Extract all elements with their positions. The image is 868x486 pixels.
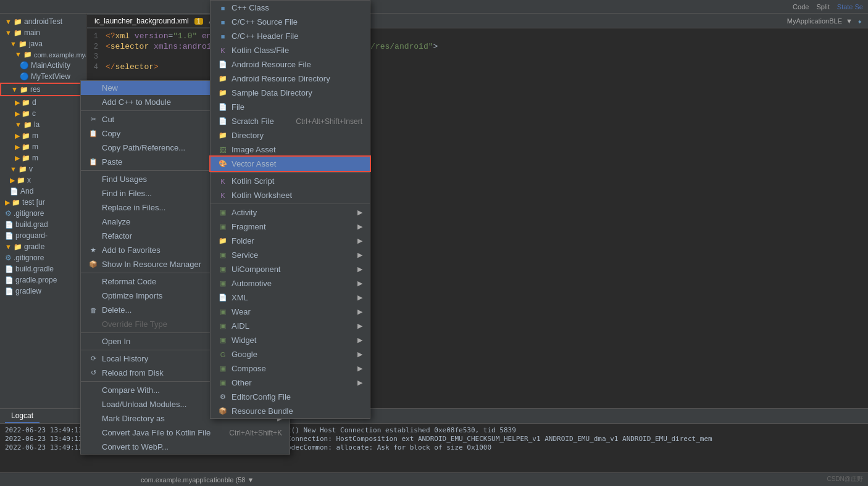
tree-item-d2[interactable]: ▶ 📁 c: [0, 108, 86, 119]
line-num-3: 3: [87, 52, 106, 61]
submenu-label-sample-data: Sample Data Directory: [232, 88, 362, 97]
menu-item-convert-java[interactable]: Convert Java File to Kotlin File Ctrl+Al…: [81, 426, 290, 440]
submenu-label-uicomponent: UiComponent: [232, 265, 354, 274]
tree-item-buildgradle[interactable]: 📄 build.grad: [0, 219, 86, 230]
submenu-activity[interactable]: ▣ Activity ▶: [211, 205, 370, 220]
other-arrow: ▶: [357, 379, 362, 387]
tree-item-mytextview[interactable]: 🔵 MyTextView: [0, 71, 86, 82]
tree-item-proguard[interactable]: 📄 proguard-: [0, 230, 86, 241]
tree-item-com[interactable]: ▼ 📁 com.example.myap: [0, 49, 86, 60]
code-btn[interactable]: Code: [793, 3, 809, 10]
submenu-service[interactable]: ▣ Service ▶: [211, 248, 370, 262]
submenu-cpp-header[interactable]: ■ C/C++ Header File: [211, 29, 370, 43]
submenu-android-resource[interactable]: 📄 Android Resource File: [211, 57, 370, 72]
activity-icon: ▣: [218, 208, 228, 216]
submenu-aidl[interactable]: ▣ AIDL ▶: [211, 319, 370, 333]
submenu-label-other: Other: [232, 378, 354, 387]
uicomponent-icon: ▣: [218, 265, 228, 273]
state-btn[interactable]: State Se: [837, 3, 863, 10]
tree-item-v[interactable]: ▼ 📁 v: [0, 163, 86, 175]
tree-item-gradle[interactable]: ▼ 📁 gradle: [0, 241, 86, 252]
submenu-scratch-file[interactable]: 📄 Scratch File Ctrl+Alt+Shift+Insert: [211, 114, 370, 128]
tree-item-label: proguard-: [15, 231, 48, 240]
tree-item-label: .gitignore: [14, 209, 44, 218]
folder-icon: ▼ 📁: [5, 29, 22, 37]
google-icon: G: [218, 351, 228, 358]
folder-arrow: ▶: [357, 237, 362, 245]
tree-item-gradlew[interactable]: 📄 gradlew: [0, 286, 86, 297]
top-bar-right: Code Split State Se: [793, 3, 863, 10]
tree-item-gradle-prop[interactable]: 📄 gradle.prope: [0, 274, 86, 286]
fragment-arrow: ▶: [357, 223, 362, 231]
submenu-fragment[interactable]: ▣ Fragment ▶: [211, 220, 370, 234]
resource-icon: 📦: [88, 260, 98, 268]
submenu-kotlin-script[interactable]: K Kotlin Script: [211, 174, 370, 188]
folder-icon: ▼ 📁: [10, 40, 27, 48]
submenu-widget[interactable]: ▣ Widget ▶: [211, 333, 370, 347]
editor-line-3: 3: [87, 52, 868, 62]
submenu-file[interactable]: 📄 File: [211, 100, 370, 114]
logcat-tab[interactable]: Logcat: [5, 410, 40, 423]
kotlin-worksheet-icon: K: [218, 192, 228, 199]
tree-item-d3[interactable]: ▼ 📁 la: [0, 119, 86, 130]
submenu-uicomponent[interactable]: ▣ UiComponent ▶: [211, 262, 370, 276]
menu-item-convert-webp[interactable]: Convert to WebP...: [81, 440, 290, 454]
submenu-cpp-source[interactable]: ■ C/C++ Source File: [211, 15, 370, 29]
editor-tab-xml[interactable]: ic_launcher_background.xml 1 ▲▼: [87, 15, 228, 27]
submenu-label-service: Service: [232, 250, 354, 260]
tree-item-label: m: [32, 154, 38, 162]
tree-item-d1[interactable]: ▶ 📁 d: [0, 97, 86, 108]
submenu-label-folder: Folder: [232, 236, 354, 245]
tree-item-androidTest[interactable]: ▼ 📁 androidTest: [0, 16, 86, 27]
submenu-kotlin-worksheet[interactable]: K Kotlin Worksheet: [211, 188, 370, 202]
tree-item-d4[interactable]: ▶ 📁 m: [0, 130, 86, 141]
submenu-android-resource-dir[interactable]: 📁 Android Resource Directory: [211, 72, 370, 86]
folder-icon: ▶ 📁: [15, 110, 30, 118]
tree-item-x[interactable]: ▶ 📁 x: [0, 175, 86, 186]
submenu-wear[interactable]: ▣ Wear ▶: [211, 305, 370, 319]
tree-item-main[interactable]: ▼ 📁 main: [0, 27, 86, 38]
submenu-kotlin-class[interactable]: K Kotlin Class/File: [211, 43, 370, 57]
tree-item-mainactivity[interactable]: 🔵 MainActivity: [0, 60, 86, 71]
delete-icon: 🗑: [88, 307, 98, 314]
tree-item-test[interactable]: ▶ 📁 test [ur: [0, 197, 86, 208]
package-indicator[interactable]: com.example.myapplicationble (58 ▼: [141, 476, 254, 484]
submenu-directory[interactable]: 📁 Directory: [211, 128, 370, 142]
editor-line-1: 1 <?xml version="1.0" encoding="utf-8"?>: [87, 31, 868, 41]
fragment-icon: ▣: [218, 223, 228, 231]
editor-line-4: 4 </selector>: [87, 62, 868, 72]
submenu-image-asset[interactable]: 🖼 Image Asset: [211, 142, 370, 157]
tree-item-androidmanifest[interactable]: 📄 And: [0, 186, 86, 197]
favorites-icon: ★: [88, 246, 98, 254]
submenu-compose[interactable]: ▣ Compose ▶: [211, 361, 370, 376]
submenu-xml[interactable]: 📄 XML ▶: [211, 290, 370, 305]
tree-item-build-gradle-root[interactable]: 📄 build.gradle: [0, 263, 86, 274]
submenu-automotive[interactable]: ▣ Automotive ▶: [211, 276, 370, 290]
tree-item-d5[interactable]: ▶ 📁 m: [0, 141, 86, 152]
editor-line-2: 2 <selector xmlns:android="http://schema…: [87, 41, 868, 52]
convert-java-shortcut: Ctrl+Alt+Shift+K: [229, 429, 282, 437]
tree-item-res[interactable]: ▼ 📁 res: [0, 83, 86, 96]
submenu-folder[interactable]: 📁 Folder ▶: [211, 234, 370, 248]
tree-item-gitignore1[interactable]: ⚙ .gitignore: [0, 208, 86, 219]
submenu-label-editor-config: EditorConfig File: [232, 392, 362, 402]
compose-arrow: ▶: [357, 364, 362, 373]
branch-btn[interactable]: MyApplicationBLE ▼: [787, 17, 853, 25]
submenu-cpp-class[interactable]: ■ C++ Class: [211, 1, 370, 15]
submenu-resource-bundle[interactable]: 📦 Resource Bundle: [211, 404, 370, 418]
xml-icon: 📄: [218, 294, 228, 302]
submenu-editor-config[interactable]: ⚙ EditorConfig File: [211, 390, 370, 404]
folder-icon: ▼ 📁: [5, 243, 22, 251]
folder-new-icon: 📁: [218, 237, 228, 245]
tree-item-d6[interactable]: ▶ 📁 m: [0, 152, 86, 163]
submenu-sample-data[interactable]: 📁 Sample Data Directory: [211, 86, 370, 100]
tree-item-gitignore2[interactable]: ⚙ .gitignore: [0, 252, 86, 263]
scratch-file-icon: 📄: [218, 117, 228, 125]
submenu-other[interactable]: ▣ Other ▶: [211, 376, 370, 390]
history-icon: ⟳: [88, 355, 98, 363]
submenu-vector-asset[interactable]: 🎨 Vector Asset: [211, 157, 370, 171]
split-btn[interactable]: Split: [816, 3, 829, 10]
submenu-google[interactable]: G Google ▶: [211, 347, 370, 361]
dot-icon: ⚙: [5, 253, 12, 262]
tree-item-java[interactable]: ▼ 📁 java: [0, 38, 86, 49]
